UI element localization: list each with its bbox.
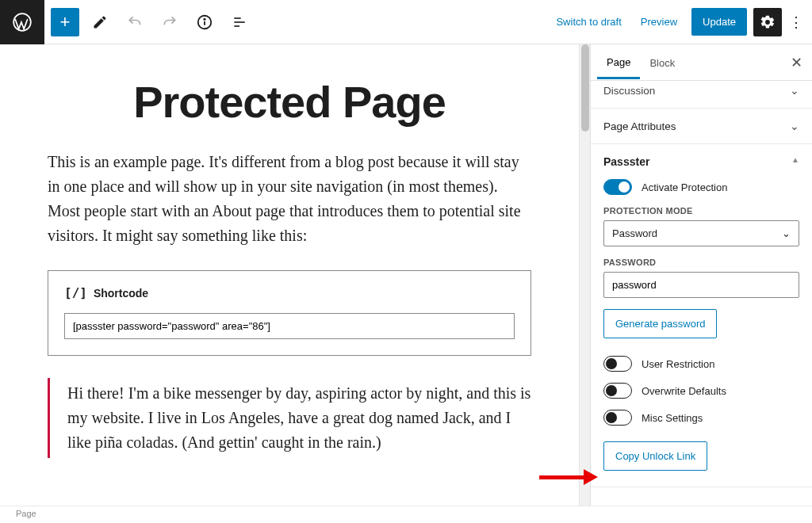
panel-passster-label: Passster — [603, 155, 649, 168]
quote-block[interactable]: Hi there! I'm a bike messenger by day, a… — [48, 378, 531, 458]
panel-passster-header[interactable]: Passster ▲ — [603, 155, 799, 168]
protection-mode-value: Password — [612, 227, 657, 239]
info-button[interactable] — [190, 8, 219, 36]
page-title[interactable]: Protected Page — [48, 76, 531, 128]
panel-page-attributes-label: Page Attributes — [603, 120, 676, 132]
activate-protection-toggle[interactable] — [603, 179, 632, 195]
paragraph-block[interactable]: This is an example page. It's different … — [48, 150, 531, 248]
undo-button[interactable] — [121, 8, 149, 36]
preview-button[interactable]: Preview — [631, 10, 687, 34]
breadcrumb-text: Page — [16, 509, 36, 518]
misc-settings-row: Misc Settings — [603, 410, 799, 426]
misc-settings-toggle[interactable] — [603, 410, 632, 426]
panel-discussion-label: Discussion — [603, 85, 655, 97]
protection-mode-select[interactable]: Password ⌄ — [603, 220, 799, 246]
chevron-down-icon: ⌄ — [782, 227, 791, 239]
editor-scrollbar[interactable] — [579, 44, 590, 523]
scrollbar-thumb[interactable] — [581, 44, 589, 132]
more-options-button[interactable]: ⋮ — [787, 13, 806, 31]
misc-settings-label: Misc Settings — [642, 412, 703, 424]
panel-page-attributes[interactable]: Page Attributes ⌄ — [591, 109, 812, 144]
password-input[interactable] — [603, 272, 799, 298]
redo-button[interactable] — [155, 8, 184, 36]
activate-protection-label: Activate Protection — [642, 181, 727, 193]
copy-unlock-link-button[interactable]: Copy Unlock Link — [603, 441, 707, 471]
overwrite-defaults-row: Overwrite Defaults — [603, 383, 799, 399]
settings-sidebar: Page Block ✕ Discussion ⌄ Page Attribute… — [590, 44, 812, 523]
overwrite-defaults-toggle[interactable] — [603, 383, 632, 399]
chevron-down-icon: ⌄ — [790, 120, 799, 132]
sidebar-tabs: Page Block ✕ — [591, 44, 812, 81]
activate-protection-row: Activate Protection — [603, 179, 799, 195]
tab-page[interactable]: Page — [597, 45, 640, 79]
outline-button[interactable] — [225, 8, 254, 36]
shortcode-input[interactable] — [64, 313, 515, 339]
shortcode-block[interactable]: [/] Shortcode — [48, 270, 531, 356]
top-toolbar: + Switch to draft Preview Update ⋮ — [0, 0, 812, 44]
user-restriction-toggle[interactable] — [603, 356, 632, 372]
generate-password-button[interactable]: Generate password — [603, 309, 717, 338]
footer-breadcrumb: Page — [0, 506, 812, 523]
collapse-icon: ▲ — [791, 155, 799, 168]
switch-to-draft-button[interactable]: Switch to draft — [546, 10, 630, 34]
tab-block[interactable]: Block — [640, 46, 684, 78]
workspace: Protected Page This is an example page. … — [0, 44, 812, 523]
shortcode-header: [/] Shortcode — [64, 285, 515, 300]
close-sidebar-button[interactable]: ✕ — [791, 54, 802, 71]
wordpress-logo[interactable] — [0, 0, 44, 44]
password-label: PASSWORD — [603, 258, 799, 267]
panel-discussion[interactable]: Discussion ⌄ — [591, 81, 812, 109]
edit-tool-button[interactable] — [86, 8, 114, 36]
user-restriction-label: User Restriction — [642, 358, 714, 370]
chevron-down-icon: ⌄ — [790, 84, 799, 97]
overwrite-defaults-label: Overwrite Defaults — [642, 385, 726, 397]
user-restriction-row: User Restriction — [603, 356, 799, 372]
shortcode-icon: [/] — [64, 285, 87, 300]
protection-mode-label: PROTECTION MODE — [603, 206, 799, 216]
add-block-button[interactable]: + — [51, 8, 79, 36]
sidebar-body: Discussion ⌄ Page Attributes ⌄ Passster … — [591, 81, 812, 523]
settings-button[interactable] — [753, 8, 782, 36]
editor-canvas[interactable]: Protected Page This is an example page. … — [0, 44, 579, 523]
panel-passster: Passster ▲ Activate Protection PROTECTIO… — [591, 144, 812, 487]
svg-point-3 — [204, 18, 205, 19]
shortcode-label: Shortcode — [94, 287, 148, 300]
update-button[interactable]: Update — [691, 8, 747, 36]
